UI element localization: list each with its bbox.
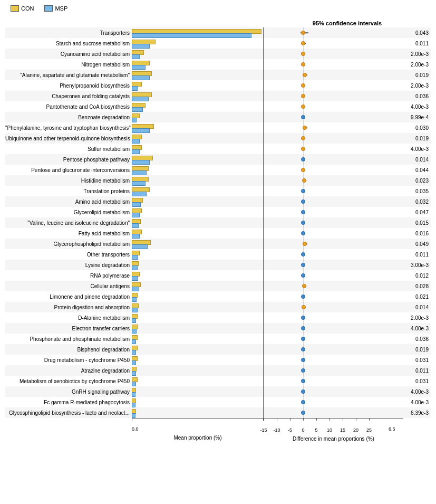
- ci-dot: [303, 242, 307, 246]
- ci-row: [264, 91, 403, 101]
- bar-msp: [132, 75, 150, 80]
- pval-cell: 0.043: [403, 27, 431, 38]
- bar-msp: [132, 149, 140, 154]
- table-row: Fatty acid metabolism: [5, 228, 264, 239]
- row-label: GnRH signaling pathway: [5, 389, 132, 395]
- ci-area: [264, 175, 403, 186]
- ci-area: [264, 407, 403, 418]
- bar-area: [132, 291, 264, 302]
- row-label: Cellular antigens: [5, 283, 132, 289]
- table-row: Metabolism of xenobiotics by cytochrome …: [5, 376, 264, 386]
- bar-area: [132, 101, 264, 112]
- bar-area: [132, 355, 264, 365]
- table-row: GnRH signaling pathway: [5, 386, 264, 397]
- pval-cell: 2.00e-3: [403, 80, 431, 91]
- pval-cell: 4.00e-3: [403, 386, 431, 397]
- pval-cell: 0.035: [403, 186, 431, 196]
- bar-area: [132, 122, 264, 133]
- bar-area: [132, 249, 264, 260]
- row-label: Protein digestion and absorption: [5, 305, 132, 310]
- ci-dot: [301, 210, 305, 214]
- bar-area: [132, 260, 264, 270]
- row-label: Starch and sucrose metabolism: [5, 41, 132, 46]
- pval-cell: 6.39e-3: [403, 407, 431, 418]
- con-legend-box: [11, 5, 19, 12]
- ci-dot: [301, 326, 305, 330]
- bar-msp: [132, 33, 251, 38]
- pval-cell: 0.016: [403, 228, 431, 239]
- row-label: Translation proteins: [5, 188, 132, 194]
- ci-dot: [301, 136, 305, 140]
- ci-dot: [301, 157, 305, 161]
- ci-row: [264, 312, 403, 323]
- bar-area: [132, 217, 264, 228]
- pval-cell: 0.030: [403, 122, 431, 133]
- row-label: Phenylpropanoid biosynthesis: [5, 83, 132, 89]
- ci-row: [264, 334, 403, 344]
- pval-cell: 4.00e-3: [403, 397, 431, 407]
- pval-cell: 0.014: [403, 302, 431, 312]
- row-label: Fatty acid metabolism: [5, 231, 132, 236]
- x-tick-label: -10: [273, 427, 280, 433]
- ci-area: [264, 144, 403, 154]
- row-label: Drug metabolism - cytochrome P450: [5, 357, 132, 363]
- bar-msp: [132, 255, 138, 260]
- bar-area: [132, 80, 264, 91]
- row-label: RNA polymerase: [5, 273, 132, 279]
- row-label: Ubiquinone and other terpenoid-quinone b…: [5, 136, 132, 141]
- bar-msp: [132, 170, 147, 175]
- ci-area: [264, 239, 403, 249]
- ci-area: [264, 355, 403, 365]
- ci-dot: [301, 231, 305, 235]
- bar-area: [132, 323, 264, 334]
- ci-dot: [301, 347, 305, 351]
- bar-msp: [132, 160, 150, 165]
- ci-area: [264, 38, 403, 49]
- ci-area: [264, 154, 403, 165]
- con-legend-label: CON: [21, 5, 34, 12]
- ci-row: [264, 365, 403, 376]
- ci-dot: [301, 147, 305, 151]
- x-tick-label: -5: [288, 427, 292, 433]
- bar-area: [132, 407, 264, 418]
- ci-area: [264, 376, 403, 386]
- bar-area: [132, 397, 264, 407]
- pval-cell: 0.049: [403, 239, 431, 249]
- ci-dot: [301, 379, 305, 383]
- row-label: Amino acid metabolism: [5, 199, 132, 205]
- ci-dot: [303, 126, 307, 130]
- row-label: Pentose and glucuronate interconversions: [5, 167, 132, 173]
- bar-msp: [132, 403, 135, 407]
- bar-area: [132, 49, 264, 59]
- row-label: Transporters: [5, 30, 132, 36]
- table-row: Glycerolipid metabolism: [5, 207, 264, 217]
- ci-area: [264, 344, 403, 355]
- ci-area: [264, 249, 403, 260]
- x-ticks-left: 0.0 6.5: [132, 426, 264, 432]
- ci-dot: [301, 52, 305, 56]
- bar-area: [132, 312, 264, 323]
- bar-area: [132, 27, 264, 38]
- ci-area: [264, 334, 403, 344]
- ci-area: [264, 281, 403, 291]
- table-row: Cyanoamino acid metabolism: [5, 49, 264, 59]
- table-row: RNA polymerase: [5, 270, 264, 281]
- ci-dot: [301, 41, 305, 45]
- table-row: Glycosphingolipid biosynthesis - lacto a…: [5, 407, 264, 418]
- pval-cell: 0.031: [403, 376, 431, 386]
- row-label: Metabolism of xenobiotics by cytochrome …: [5, 378, 132, 384]
- ci-area: [264, 59, 403, 70]
- row-label: Pentose phosphate pathway: [5, 157, 132, 163]
- ci-row: [264, 133, 403, 144]
- pval-cell: 0.019: [403, 133, 431, 144]
- ci-dot: [301, 199, 305, 204]
- ci-dot: [301, 273, 305, 278]
- ci-dot: [301, 400, 305, 404]
- x-tick-label: 0: [302, 427, 304, 433]
- chart-container: CON MSP TransportersStarch and sucrose m…: [0, 0, 436, 458]
- bar-msp: [132, 202, 141, 207]
- pval-cell: 0.036: [403, 91, 431, 101]
- pval-cell: 3.00e-3: [403, 260, 431, 270]
- ci-area: [264, 397, 403, 407]
- bar-msp: [132, 265, 138, 270]
